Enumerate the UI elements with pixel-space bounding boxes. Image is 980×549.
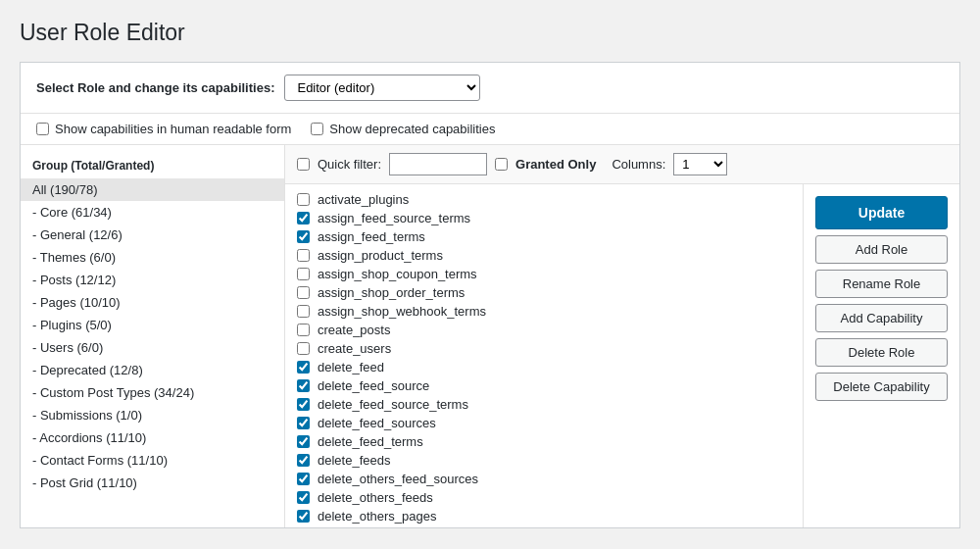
granted-only-label: Granted Only [515, 157, 596, 172]
cap-checkbox-delete-others-feeds[interactable] [297, 491, 310, 504]
sidebar-item-plugins[interactable]: - Plugins (5/0) [21, 314, 284, 336]
role-select-dropdown[interactable]: Editor (editor) Administrator Author Con… [284, 75, 480, 101]
cap-checkbox-delete-feeds[interactable] [297, 454, 310, 467]
filter-bar: Quick filter: Granted Only Columns: 1 2 … [285, 145, 959, 184]
cap-checkbox-delete-feed[interactable] [297, 361, 310, 374]
action-panel: Update Add Role Rename Role Add Capabili… [803, 184, 959, 527]
human-readable-checkbox[interactable] [36, 123, 49, 135]
sidebar-item-general[interactable]: - General (12/6) [21, 224, 284, 246]
cap-label-delete-feed: delete_feed [318, 360, 384, 374]
capabilities-list: activate_plugins assign_feed_source_term… [285, 184, 803, 527]
cap-checkbox-activate-plugins[interactable] [297, 193, 310, 206]
main-content: Group (Total/Granted) All (190/78) - Cor… [21, 145, 959, 527]
sidebar: Group (Total/Granted) All (190/78) - Cor… [21, 145, 285, 527]
human-readable-label[interactable]: Show capabilities in human readable form [36, 122, 291, 136]
role-select-section: Select Role and change its capabilities:… [21, 63, 959, 114]
add-capability-button[interactable]: Add Capability [815, 304, 948, 332]
cap-item-delete-feeds: delete_feeds [297, 451, 791, 470]
select-all-checkbox[interactable] [297, 158, 310, 171]
content-area: activate_plugins assign_feed_source_term… [285, 184, 959, 527]
main-card: Select Role and change its capabilities:… [20, 62, 960, 528]
cap-checkbox-assign-feed-source-terms[interactable] [297, 212, 310, 225]
cap-label-delete-feed-sources: delete_feed_sources [318, 416, 436, 430]
cap-item-assign-feed-source-terms: assign_feed_source_terms [297, 209, 791, 227]
page-title: User Role Editor [20, 20, 960, 46]
cap-item-activate-plugins: activate_plugins [297, 190, 791, 209]
cap-item-assign-shop-order-terms: assign_shop_order_terms [297, 283, 791, 302]
cap-label-create-posts: create_posts [318, 323, 390, 337]
cap-item-create-users: create_users [297, 339, 791, 358]
cap-label-delete-others-pages: delete_others_pages [318, 509, 436, 524]
cap-label-assign-shop-coupon-terms: assign_shop_coupon_terms [318, 267, 477, 281]
delete-capability-button[interactable]: Delete Capability [815, 373, 948, 401]
cap-label-assign-product-terms: assign_product_terms [318, 248, 443, 263]
cap-item-delete-feed-sources: delete_feed_sources [297, 414, 791, 432]
cap-item-delete-others-posts: delete_others_posts [297, 525, 791, 527]
cap-item-delete-feed-terms: delete_feed_terms [297, 432, 791, 451]
cap-item-delete-others-pages: delete_others_pages [297, 507, 791, 525]
cap-label-delete-others-feed-sources: delete_others_feed_sources [318, 472, 478, 486]
cap-checkbox-assign-feed-terms[interactable] [297, 230, 310, 243]
cap-item-assign-feed-terms: assign_feed_terms [297, 227, 791, 246]
cap-checkbox-delete-feed-sources[interactable] [297, 417, 310, 429]
cap-item-delete-others-feed-sources: delete_others_feed_sources [297, 470, 791, 488]
deprecated-label[interactable]: Show deprecated capabilities [311, 122, 495, 136]
cap-checkbox-delete-feed-terms[interactable] [297, 435, 310, 448]
cap-item-assign-shop-coupon-terms: assign_shop_coupon_terms [297, 265, 791, 283]
cap-label-delete-others-feeds: delete_others_feeds [318, 490, 433, 505]
right-panel: Quick filter: Granted Only Columns: 1 2 … [285, 145, 959, 527]
cap-item-delete-feed-source-terms: delete_feed_source_terms [297, 395, 791, 414]
cap-item-delete-others-feeds: delete_others_feeds [297, 488, 791, 507]
update-button[interactable]: Update [815, 196, 948, 229]
cap-checkbox-delete-others-pages[interactable] [297, 510, 310, 523]
quick-filter-input[interactable] [389, 153, 487, 175]
cap-checkbox-create-users[interactable] [297, 342, 310, 355]
quick-filter-label: Quick filter: [318, 157, 381, 172]
cap-checkbox-delete-feed-source[interactable] [297, 379, 310, 392]
cap-item-delete-feed-source: delete_feed_source [297, 376, 791, 395]
cap-label-delete-feeds: delete_feeds [318, 453, 390, 468]
sidebar-header: Group (Total/Granted) [21, 153, 284, 178]
delete-role-button[interactable]: Delete Role [815, 338, 948, 367]
cap-checkbox-assign-product-terms[interactable] [297, 249, 310, 262]
cap-checkbox-assign-shop-webhook-terms[interactable] [297, 305, 310, 318]
role-select-label: Select Role and change its capabilities: [36, 80, 274, 95]
cap-item-delete-feed: delete_feed [297, 358, 791, 376]
cap-label-assign-feed-source-terms: assign_feed_source_terms [318, 211, 470, 225]
granted-only-checkbox[interactable] [495, 158, 508, 171]
cap-label-delete-feed-source: delete_feed_source [318, 378, 429, 393]
sidebar-item-post-grid[interactable]: - Post Grid (11/10) [21, 472, 284, 494]
rename-role-button[interactable]: Rename Role [815, 270, 948, 298]
cap-checkbox-assign-shop-coupon-terms[interactable] [297, 268, 310, 280]
sidebar-item-posts[interactable]: - Posts (12/12) [21, 269, 284, 291]
sidebar-item-themes[interactable]: - Themes (6/0) [21, 246, 284, 269]
options-row: Show capabilities in human readable form… [21, 114, 959, 145]
sidebar-item-core[interactable]: - Core (61/34) [21, 201, 284, 224]
cap-label-activate-plugins: activate_plugins [318, 192, 409, 207]
sidebar-item-accordions[interactable]: - Accordions (11/10) [21, 426, 284, 449]
columns-label: Columns: [612, 157, 665, 172]
cap-label-delete-feed-terms: delete_feed_terms [318, 434, 423, 449]
columns-select[interactable]: 1 2 3 [673, 153, 727, 175]
cap-label-assign-feed-terms: assign_feed_terms [318, 229, 425, 244]
cap-label-delete-feed-source-terms: delete_feed_source_terms [318, 397, 468, 412]
cap-item-create-posts: create_posts [297, 321, 791, 339]
add-role-button[interactable]: Add Role [815, 235, 948, 264]
cap-checkbox-delete-others-feed-sources[interactable] [297, 473, 310, 485]
sidebar-item-users[interactable]: - Users (6/0) [21, 336, 284, 359]
cap-item-assign-product-terms: assign_product_terms [297, 246, 791, 265]
sidebar-item-custom-post-types[interactable]: - Custom Post Types (34/24) [21, 381, 284, 404]
cap-checkbox-assign-shop-order-terms[interactable] [297, 286, 310, 299]
sidebar-item-all[interactable]: All (190/78) [21, 178, 284, 201]
cap-checkbox-create-posts[interactable] [297, 324, 310, 336]
sidebar-item-pages[interactable]: - Pages (10/10) [21, 291, 284, 314]
cap-label-assign-shop-order-terms: assign_shop_order_terms [318, 285, 465, 300]
sidebar-item-contact-forms[interactable]: - Contact Forms (11/10) [21, 449, 284, 472]
page-wrapper: User Role Editor Select Role and change … [0, 0, 980, 549]
sidebar-item-deprecated[interactable]: - Deprecated (12/8) [21, 359, 284, 381]
deprecated-checkbox[interactable] [311, 123, 323, 135]
sidebar-item-submissions[interactable]: - Submissions (1/0) [21, 404, 284, 426]
cap-label-create-users: create_users [318, 341, 391, 356]
cap-label-assign-shop-webhook-terms: assign_shop_webhook_terms [318, 304, 486, 319]
cap-checkbox-delete-feed-source-terms[interactable] [297, 398, 310, 411]
